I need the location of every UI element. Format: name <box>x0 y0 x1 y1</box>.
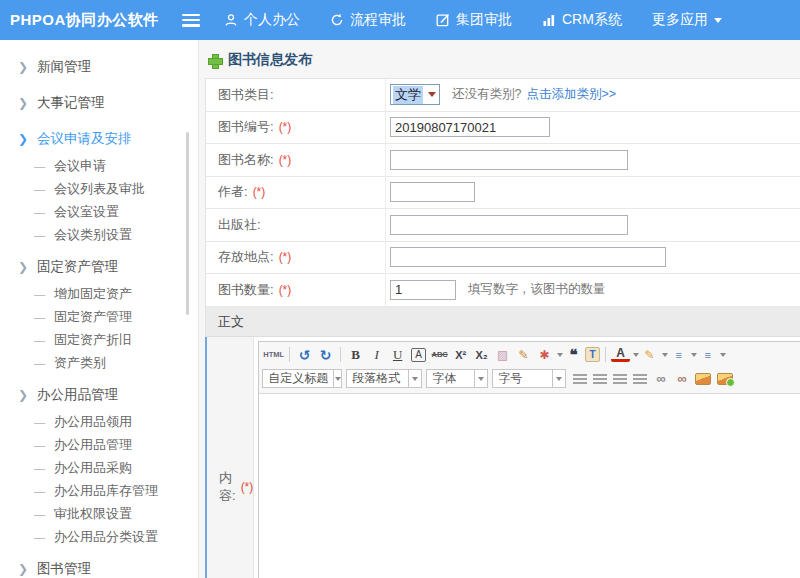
superscript-icon[interactable]: X² <box>451 346 470 364</box>
paragraph-format-dropdown[interactable]: 段落格式 <box>346 369 422 388</box>
chevron-down-icon[interactable] <box>474 370 487 387</box>
sidebar-item[interactable]: —固定资产折旧 <box>0 328 198 351</box>
highlight-pen-icon[interactable]: ✎ <box>640 346 659 364</box>
sidebar-item[interactable]: —审批权限设置 <box>0 502 198 525</box>
strikethrough-icon[interactable]: ABC <box>430 346 449 364</box>
chevron-down-icon[interactable] <box>408 370 421 387</box>
chevron-down-icon[interactable] <box>557 353 563 357</box>
app-logo: PHPOA协同办公软件 <box>0 11 172 30</box>
sidebar-item-label: 会议类别设置 <box>54 226 132 244</box>
album-icon[interactable] <box>717 373 733 385</box>
category-select[interactable]: 文学 <box>390 84 440 105</box>
redo-icon[interactable]: ↻ <box>316 346 335 364</box>
select-arrow-icon <box>428 92 436 97</box>
sidebar-item[interactable]: —办公用品库存管理 <box>0 479 198 502</box>
sidebar-menu: ❯新闻管理❯大事记管理❯会议申请及安排—会议申请—会议列表及审批—会议室设置—会… <box>0 40 199 578</box>
sidebar-item[interactable]: ❯图书管理 <box>0 554 198 578</box>
book-no-input[interactable] <box>390 117 550 137</box>
dropdown-label: 字体 <box>427 370 474 387</box>
author-input[interactable] <box>390 182 475 202</box>
font-box-icon[interactable]: A <box>411 348 426 362</box>
top-nav: 个人办公 流程审批 集团审批 CRM系统 更多应用 <box>224 11 752 29</box>
quantity-input[interactable] <box>390 280 456 300</box>
book-name-input[interactable] <box>390 150 628 170</box>
chevron-right-icon: ❯ <box>18 388 28 402</box>
add-category-link[interactable]: 点击添加类别>> <box>526 86 616 103</box>
blockquote-icon[interactable]: ❝ <box>564 346 583 364</box>
sidebar-item[interactable]: —办公用品采购 <box>0 456 198 479</box>
nav-personal-office[interactable]: 个人办公 <box>224 11 300 29</box>
dash-icon: — <box>34 439 45 451</box>
chevron-down-icon[interactable] <box>633 353 639 357</box>
chevron-down-icon[interactable] <box>662 353 668 357</box>
sidebar-items: ❯新闻管理❯大事记管理❯会议申请及安排—会议申请—会议列表及审批—会议室设置—会… <box>0 52 198 578</box>
font-color-icon[interactable]: A <box>611 347 630 362</box>
sidebar-item[interactable]: —办公用品分类设置 <box>0 525 198 548</box>
sidebar-item[interactable]: —资产类别 <box>0 351 198 374</box>
sidebar-item[interactable]: —会议室设置 <box>0 200 198 223</box>
sidebar-item[interactable]: —增加固定资产 <box>0 282 198 305</box>
paste-icon[interactable]: T <box>585 347 600 362</box>
unordered-list-icon[interactable]: ≡ <box>698 346 717 364</box>
book-form: 图书类目: 文学 还没有类别? 点击添加类别>> 图书编号:(*) 图书名称:(… <box>205 78 800 578</box>
sidebar-item[interactable]: —会议类别设置 <box>0 223 198 246</box>
location-input[interactable] <box>390 247 666 267</box>
nav-crm-system[interactable]: CRM系统 <box>542 11 622 29</box>
nav-group-approval[interactable]: 集团审批 <box>436 11 512 29</box>
italic-icon[interactable]: I <box>367 346 386 364</box>
align-justify-icon[interactable] <box>633 374 647 384</box>
custom-title-dropdown[interactable]: 自定义标题 <box>262 369 342 388</box>
sidebar-item[interactable]: —会议申请 <box>0 154 198 177</box>
editor-content-area[interactable] <box>259 394 800 578</box>
align-right-icon[interactable] <box>613 374 627 384</box>
image-icon[interactable] <box>695 373 711 385</box>
sidebar-item[interactable]: ❯固定资产管理 <box>0 252 198 282</box>
ordered-list-icon[interactable]: ≡ <box>669 346 688 364</box>
auto-typeset-icon[interactable]: ✱ <box>535 346 554 364</box>
sidebar-item-label: 新闻管理 <box>37 58 91 76</box>
edit-square-icon <box>436 13 450 27</box>
sidebar-item[interactable]: —会议列表及审批 <box>0 177 198 200</box>
font-family-dropdown[interactable]: 字体 <box>426 369 488 388</box>
subscript-icon[interactable]: X₂ <box>472 346 491 364</box>
sidebar-scrollbar[interactable] <box>186 132 189 315</box>
main-content: 图书信息发布 图书类目: 文学 还没有类别? 点击添加类别>> 图书编号:(*) <box>200 40 800 578</box>
sidebar-item-label: 会议室设置 <box>54 203 119 221</box>
chevron-down-icon[interactable] <box>552 370 565 387</box>
dash-icon: — <box>34 288 45 300</box>
publisher-input[interactable] <box>390 215 628 235</box>
sidebar-item[interactable]: ❯办公用品管理 <box>0 380 198 410</box>
chevron-down-icon[interactable] <box>720 353 726 357</box>
sidebar-item-label: 办公用品管理 <box>54 436 132 454</box>
html-source-icon[interactable]: HTML <box>263 346 284 364</box>
format-brush-icon[interactable]: ✎ <box>514 346 533 364</box>
sidebar-item[interactable]: —办公用品管理 <box>0 433 198 456</box>
unlink-icon[interactable]: ∞ <box>672 370 691 388</box>
chevron-down-icon[interactable] <box>691 353 697 357</box>
sidebar-item-label: 办公用品领用 <box>54 413 132 431</box>
align-left-icon[interactable] <box>573 374 587 384</box>
link-icon[interactable]: ∞ <box>651 370 670 388</box>
sidebar-item[interactable]: —办公用品领用 <box>0 410 198 433</box>
required-mark: (*) <box>279 250 292 264</box>
form-row-book-no: 图书编号:(*) <box>206 112 800 145</box>
eraser-icon[interactable]: ▨ <box>493 346 512 364</box>
hamburger-menu-icon[interactable] <box>182 14 200 27</box>
sidebar-item[interactable]: ❯新闻管理 <box>0 52 198 82</box>
sidebar-item-label: 固定资产管理 <box>37 258 118 276</box>
font-size-dropdown[interactable]: 字号 <box>492 369 566 388</box>
undo-icon[interactable]: ↺ <box>295 346 314 364</box>
nav-more-apps[interactable]: 更多应用 <box>652 11 722 29</box>
category-hint: 还没有类别? <box>452 86 521 103</box>
underline-icon[interactable]: U <box>388 346 407 364</box>
nav-process-approval[interactable]: 流程审批 <box>330 11 406 29</box>
chevron-down-icon[interactable] <box>333 370 341 387</box>
sidebar-item-label: 会议申请及安排 <box>37 130 132 148</box>
sidebar-item[interactable]: ❯会议申请及安排 <box>0 124 198 154</box>
required-mark: (*) <box>279 153 292 167</box>
align-center-icon[interactable] <box>593 374 607 384</box>
sidebar-item[interactable]: ❯大事记管理 <box>0 88 198 118</box>
rich-text-editor: HTML↺↻BIUAABCX²X₂▨✎✱❝TA✎≡≡ 自定义标题段落格式字体字号… <box>258 341 800 578</box>
sidebar-item[interactable]: —固定资产管理 <box>0 305 198 328</box>
bold-icon[interactable]: B <box>346 346 365 364</box>
